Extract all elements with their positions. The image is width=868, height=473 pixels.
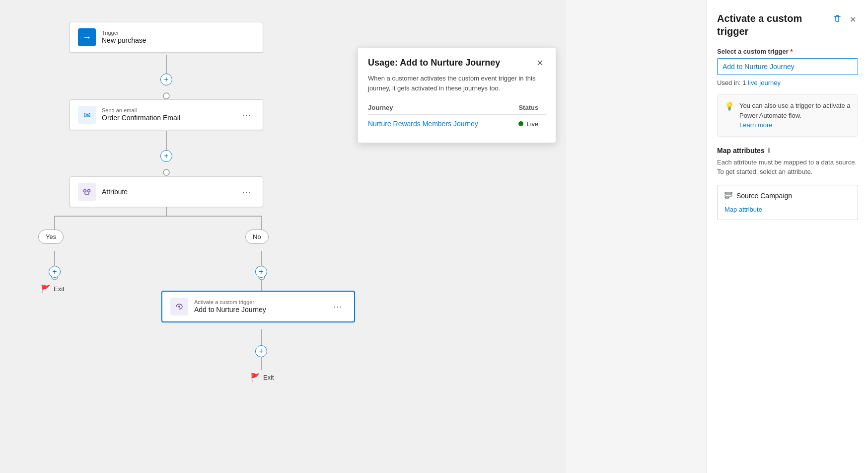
live-journey-link[interactable]: live journey	[748, 79, 781, 86]
exit-left-flag: 🚩	[41, 284, 51, 294]
attribute-menu[interactable]: ⋯	[238, 184, 255, 199]
delete-button[interactable]	[831, 12, 844, 27]
custom-trigger-node[interactable]: Activate a custom trigger Add to Nurture…	[161, 291, 355, 322]
trigger-node[interactable]: → Trigger New purchase	[70, 22, 263, 53]
popup-description: When a customer activates the custom eve…	[368, 74, 546, 93]
email-icon: ✉	[78, 106, 96, 124]
used-in-label: Used in:	[717, 79, 741, 86]
status-text: Live	[526, 120, 538, 128]
attribute-label-main: Attribute	[102, 188, 128, 196]
col-status-header: Status	[518, 101, 546, 115]
custom-trigger-icon	[170, 298, 188, 315]
map-attrs-title: Map attributes	[717, 147, 765, 155]
popup-table-row: Nurture Rewards Members JourneyLive	[368, 115, 546, 133]
custom-trigger-label-main: Add to Nurture Journey	[194, 306, 266, 314]
used-in-count: 1	[742, 79, 746, 86]
info-box-text: You can also use a trigger to activate a…	[739, 102, 851, 119]
trigger-labels: Trigger New purchase	[102, 30, 146, 45]
trigger-label-main: New purchase	[102, 36, 146, 44]
panel-title: Activate a custom trigger	[717, 12, 831, 38]
exit-right-label: Exit	[263, 374, 274, 381]
trigger-label-text: Select a custom trigger	[717, 48, 789, 55]
source-campaign-label: Source Campaign	[736, 192, 792, 200]
map-attribute-link[interactable]: Map attribute	[724, 206, 762, 213]
custom-trigger-menu[interactable]: ⋯	[329, 299, 346, 314]
email-menu[interactable]: ⋯	[238, 107, 255, 122]
right-panel: Activate a custom trigger ✕ Select a cus…	[707, 0, 868, 473]
required-star: *	[790, 48, 793, 55]
info-icon: 💡	[724, 101, 734, 130]
exit-left-label: Exit	[54, 285, 65, 293]
no-branch: No	[245, 230, 269, 244]
exit-right: 🚩 Exit	[250, 373, 274, 382]
trigger-label-small: Trigger	[102, 30, 146, 36]
yes-branch: Yes	[38, 230, 64, 244]
svg-point-21	[178, 306, 180, 308]
popup-close-button[interactable]: ✕	[534, 58, 546, 69]
custom-trigger-labels: Activate a custom trigger Add to Nurture…	[194, 299, 266, 314]
trigger-section-label: Select a custom trigger *	[717, 48, 858, 55]
email-node[interactable]: ✉ Send an email Order Confirmation Email…	[70, 99, 263, 130]
popup-journey-cell[interactable]: Nurture Rewards Members Journey	[368, 115, 518, 133]
add-btn-yes[interactable]: +	[49, 266, 61, 278]
no-label: No	[253, 233, 261, 240]
info-text: You can also use a trigger to activate a…	[739, 101, 851, 130]
map-attrs-description: Each attribute must be mapped to a data …	[717, 158, 858, 177]
email-label-main: Order Confirmation Email	[102, 114, 180, 122]
map-attrs-info-icon: ℹ	[768, 147, 770, 154]
col-journey-header: Journey	[368, 101, 518, 115]
svg-rect-24	[725, 197, 729, 198]
email-labels: Send an email Order Confirmation Email	[102, 107, 180, 122]
svg-point-3	[163, 169, 169, 175]
svg-point-17	[88, 190, 90, 192]
usage-popup: Usage: Add to Nurture Journey ✕ When a c…	[358, 47, 556, 143]
add-btn-custom[interactable]: +	[255, 345, 267, 357]
map-attrs-header: Map attributes ℹ	[717, 147, 858, 155]
attr-icon	[724, 191, 732, 201]
exit-right-flag: 🚩	[250, 373, 260, 382]
yes-label: Yes	[46, 233, 56, 240]
trigger-input[interactable]	[717, 58, 858, 75]
svg-point-1	[163, 93, 169, 99]
custom-trigger-label-small: Activate a custom trigger	[194, 299, 266, 305]
attribute-labels: Attribute	[102, 187, 128, 196]
email-label-small: Send an email	[102, 107, 180, 113]
attribute-node[interactable]: Attribute ⋯	[70, 176, 263, 207]
info-box: 💡 You can also use a trigger to activate…	[717, 94, 858, 137]
popup-table: Journey Status Nurture Rewards Members J…	[368, 101, 546, 133]
add-btn-no[interactable]: +	[255, 266, 267, 278]
popup-title: Usage: Add to Nurture Journey	[368, 58, 500, 68]
trigger-icon: →	[78, 28, 96, 46]
popup-status-cell: Live	[518, 115, 546, 133]
learn-more-link[interactable]: Learn more	[739, 120, 851, 130]
svg-rect-23	[725, 195, 732, 196]
close-button[interactable]: ✕	[848, 13, 858, 26]
attr-card-source-campaign: Source Campaign Map attribute	[717, 185, 858, 220]
add-btn-1[interactable]: +	[160, 74, 172, 85]
exit-left: 🚩 Exit	[41, 284, 65, 294]
svg-rect-22	[725, 192, 732, 194]
panel-actions: ✕	[831, 12, 858, 27]
popup-header: Usage: Add to Nurture Journey ✕	[368, 58, 546, 69]
used-in-text: Used in: 1 live journey	[717, 79, 858, 86]
live-dot	[518, 121, 523, 126]
svg-point-16	[84, 190, 86, 192]
panel-header: Activate a custom trigger ✕	[717, 12, 858, 38]
attribute-icon	[78, 183, 96, 201]
attr-card-title: Source Campaign	[724, 191, 851, 201]
add-btn-2[interactable]: +	[160, 150, 172, 162]
